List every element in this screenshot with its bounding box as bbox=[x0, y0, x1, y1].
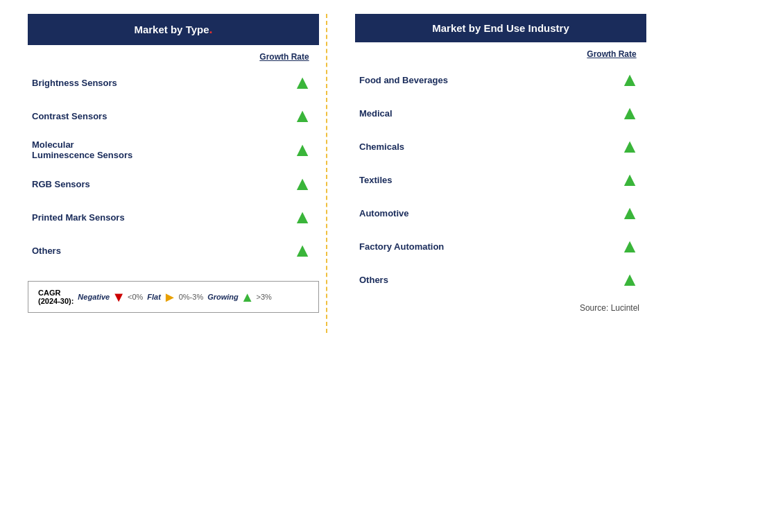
up-arrow-icon: ▲ bbox=[620, 237, 639, 256]
list-item: Medical ▲ bbox=[355, 96, 646, 130]
left-growth-rate-row: Growth Rate bbox=[28, 52, 319, 62]
legend-negative: Negative ▼ <0% bbox=[78, 289, 143, 305]
left-panel-title: Market by Type bbox=[134, 24, 209, 35]
down-arrow-icon: ▼ bbox=[112, 289, 126, 305]
source-text: Source: Lucintel bbox=[355, 303, 646, 313]
legend-growing: Growing ▲ >3% bbox=[207, 289, 272, 305]
right-arrow-icon: ► bbox=[163, 289, 177, 305]
up-arrow-icon: ▲ bbox=[620, 137, 639, 156]
up-arrow-icon: ▲ bbox=[620, 70, 639, 89]
list-item: Contrast Sensors ▲ bbox=[28, 99, 319, 132]
up-arrow-icon: ▲ bbox=[620, 103, 639, 123]
list-item: Others ▲ bbox=[28, 234, 319, 267]
up-arrow-icon: ▲ bbox=[620, 203, 639, 223]
list-item: Chemicals ▲ bbox=[355, 130, 646, 163]
red-dot: . bbox=[209, 22, 213, 36]
main-container: Market by Type. Growth Rate Brightness S… bbox=[0, 0, 767, 347]
right-growth-rate-row: Growth Rate bbox=[355, 49, 646, 59]
left-growth-rate-label: Growth Rate bbox=[257, 52, 312, 62]
list-item: Molecular Luminescence Sensors ▲ bbox=[28, 132, 319, 167]
right-items-list: Food and Beverages ▲ Medical ▲ Chemicals… bbox=[355, 63, 646, 296]
list-item: Others ▲ bbox=[355, 263, 646, 296]
left-panel: Market by Type. Growth Rate Brightness S… bbox=[28, 14, 319, 333]
up-arrow-icon: ▲ bbox=[620, 270, 639, 289]
legend-box: CAGR (2024-30): Negative ▼ <0% Flat ► 0%… bbox=[28, 281, 319, 313]
up-arrow-icon: ▲ bbox=[293, 241, 312, 260]
left-panel-header: Market by Type. bbox=[28, 14, 319, 45]
up-arrow-small-icon: ▲ bbox=[241, 289, 255, 305]
up-arrow-icon: ▲ bbox=[293, 73, 312, 92]
up-arrow-icon: ▲ bbox=[620, 170, 639, 189]
up-arrow-icon: ▲ bbox=[293, 174, 312, 194]
left-items-list: Brightness Sensors ▲ Contrast Sensors ▲ … bbox=[28, 66, 319, 267]
legend-flat: Flat ► 0%-3% bbox=[147, 289, 203, 305]
vertical-divider bbox=[326, 14, 327, 333]
legend-cagr-label: CAGR (2024-30): bbox=[38, 289, 74, 305]
right-panel-header: Market by End Use Industry bbox=[355, 14, 646, 42]
up-arrow-icon: ▲ bbox=[293, 140, 312, 160]
list-item: Factory Automation ▲ bbox=[355, 230, 646, 263]
up-arrow-icon: ▲ bbox=[293, 106, 312, 126]
list-item: RGB Sensors ▲ bbox=[28, 167, 319, 200]
list-item: Brightness Sensors ▲ bbox=[28, 66, 319, 99]
right-panel: Market by End Use Industry Growth Rate F… bbox=[355, 14, 646, 333]
list-item: Automotive ▲ bbox=[355, 196, 646, 230]
right-panel-title: Market by End Use Industry bbox=[432, 22, 569, 34]
list-item: Printed Mark Sensors ▲ bbox=[28, 200, 319, 234]
right-growth-rate-label: Growth Rate bbox=[584, 49, 639, 59]
list-item: Food and Beverages ▲ bbox=[355, 63, 646, 96]
list-item: Textiles ▲ bbox=[355, 163, 646, 196]
up-arrow-icon: ▲ bbox=[293, 207, 312, 227]
